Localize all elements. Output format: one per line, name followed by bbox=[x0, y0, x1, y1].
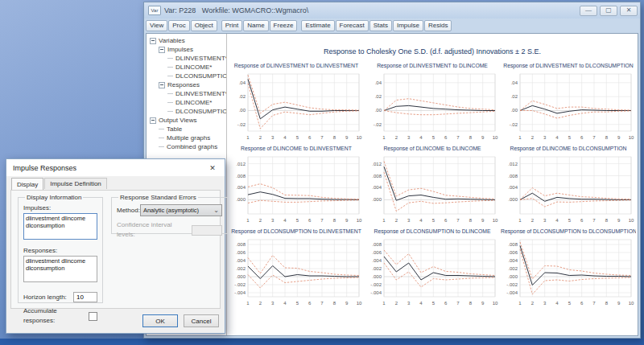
svg-text:.000: .000 bbox=[508, 274, 518, 279]
tree-item-dlincome[interactable]: DLINCOME* bbox=[148, 63, 226, 72]
impulses-input[interactable]: dlinvestment dlincome dlconsumption bbox=[23, 213, 97, 240]
tree-item-multiple-graphs[interactable]: Multiple graphs bbox=[148, 133, 226, 142]
tree-connector bbox=[159, 146, 164, 147]
tab-impulse-definition[interactable]: Impulse Definition bbox=[44, 178, 107, 189]
chart-response-of-dlconsumption-to-dlinvestment: Response of DLCONSUMPTION to DLINVESTMEN… bbox=[229, 227, 364, 307]
svg-text:6: 6 bbox=[580, 135, 584, 140]
svg-text:.006: .006 bbox=[236, 250, 246, 255]
toolbar-button-object[interactable]: Object bbox=[191, 20, 217, 31]
tree-item-label: DLCONSUMPTION* bbox=[175, 107, 227, 116]
window-titlebar[interactable]: Var Var: P228 Workfile: WGMACRO::Wgmacro… bbox=[144, 2, 640, 18]
chart-plot: 12345678910.008.006.004.002.000-.002-.00… bbox=[229, 236, 364, 307]
svg-text:7: 7 bbox=[456, 218, 460, 223]
svg-text:3: 3 bbox=[271, 301, 275, 306]
tree-item-table[interactable]: Table bbox=[148, 125, 226, 133]
svg-text:1: 1 bbox=[518, 218, 522, 223]
close-button[interactable]: ✕ bbox=[620, 6, 638, 16]
tree-item-variables[interactable]: Variables bbox=[148, 36, 226, 45]
dialog-buttons: OK Cancel bbox=[142, 314, 219, 327]
dialog-titlebar[interactable]: Impulse Responses ✕ bbox=[6, 159, 225, 176]
svg-text:1: 1 bbox=[246, 218, 250, 223]
tree-item-dlincome[interactable]: DLINCOME* bbox=[148, 98, 226, 107]
toolbar-button-forecast[interactable]: Forecast bbox=[336, 20, 369, 31]
chart-response-of-dlconsumption-to-dlconsumption: Response of DLCONSUMPTION to DLCONSUMPTI… bbox=[501, 227, 636, 307]
tree-item-dlconsumption[interactable]: DLCONSUMPTION* bbox=[148, 107, 226, 116]
toolbar-button-estimate[interactable]: Estimate bbox=[301, 20, 334, 31]
tree-item-dlinvestment[interactable]: DLINVESTMENT* bbox=[148, 54, 226, 63]
toolbar-button-proc[interactable]: Proc bbox=[168, 20, 189, 31]
tree-item-dlconsumption[interactable]: DLCONSUMPTION* bbox=[148, 72, 226, 80]
toolbar: ViewProcObjectPrintNameFreezeEstimateFor… bbox=[144, 18, 640, 32]
method-dropdown[interactable]: Analytic (asymptotic) ⌄ bbox=[140, 204, 222, 216]
tree-item-dlinvestment[interactable]: DLINVESTMENT* bbox=[148, 89, 226, 98]
cancel-button[interactable]: Cancel bbox=[184, 314, 219, 327]
toolbar-button-freeze[interactable]: Freeze bbox=[270, 20, 298, 31]
toolbar-button-print[interactable]: Print bbox=[221, 20, 242, 31]
svg-text:6: 6 bbox=[308, 135, 312, 140]
tree-connector bbox=[167, 67, 173, 68]
svg-text:.006: .006 bbox=[372, 250, 382, 255]
svg-text:.008: .008 bbox=[508, 242, 518, 247]
svg-text:2: 2 bbox=[531, 135, 535, 140]
svg-text:3: 3 bbox=[543, 218, 547, 223]
tree-connector bbox=[159, 138, 164, 138]
collapse-icon[interactable] bbox=[150, 38, 156, 44]
svg-text:9: 9 bbox=[617, 301, 621, 306]
tree-item-impulses[interactable]: Impulses bbox=[148, 45, 226, 54]
svg-text:4: 4 bbox=[283, 218, 287, 223]
method-selected-value: Analytic (asymptotic) bbox=[143, 207, 199, 214]
svg-text:8: 8 bbox=[469, 135, 473, 140]
svg-text:5: 5 bbox=[432, 135, 436, 140]
svg-text:8: 8 bbox=[605, 135, 609, 140]
dialog-title: Impulse Responses bbox=[13, 164, 200, 172]
svg-text:.00: .00 bbox=[239, 108, 246, 113]
chart-response-of-dlconsumption-to-dlincome: Response of DLCONSUMPTION to DLINCOME123… bbox=[365, 227, 500, 307]
toolbar-button-resids[interactable]: Resids bbox=[424, 20, 452, 31]
svg-text:1: 1 bbox=[382, 301, 386, 306]
svg-text:.04: .04 bbox=[239, 80, 246, 85]
svg-text:.02: .02 bbox=[511, 94, 518, 99]
svg-text:10: 10 bbox=[629, 218, 634, 223]
svg-text:8: 8 bbox=[333, 135, 336, 140]
tree-item-responses[interactable]: Responses bbox=[148, 80, 226, 89]
toolbar-button-impulse[interactable]: Impulse bbox=[393, 20, 423, 31]
svg-text:.002: .002 bbox=[372, 266, 382, 271]
chart-title: Response of DLCONSUMPTION to DLINCOME bbox=[365, 227, 500, 236]
dialog-close-icon[interactable]: ✕ bbox=[200, 159, 225, 176]
svg-text:5: 5 bbox=[568, 218, 572, 223]
collapse-icon[interactable] bbox=[159, 82, 165, 88]
svg-text:.012: .012 bbox=[236, 162, 246, 166]
toolbar-button-stats[interactable]: Stats bbox=[369, 20, 392, 31]
svg-text:5: 5 bbox=[296, 218, 299, 223]
chart-plot: 12345678910.04.02.00-.02 bbox=[229, 71, 364, 142]
svg-text:2: 2 bbox=[259, 218, 262, 223]
tree-item-combined-graphs[interactable]: Combined graphs bbox=[148, 142, 226, 151]
toolbar-button-view[interactable]: View bbox=[146, 20, 167, 31]
ok-button[interactable]: OK bbox=[142, 314, 178, 327]
impulses-label: Impulses: bbox=[23, 203, 97, 213]
svg-text:9: 9 bbox=[345, 135, 349, 140]
svg-text:.004: .004 bbox=[508, 258, 518, 263]
collapse-icon[interactable] bbox=[159, 47, 165, 53]
svg-text:4: 4 bbox=[419, 301, 423, 306]
chart-response-of-dlinvestment-to-dlinvestment: Response of DLINVESTMENT to DLINVESTMENT… bbox=[229, 61, 364, 142]
responses-input[interactable]: dlinvestment dlincome dlconsumption bbox=[23, 256, 97, 282]
minimize-button[interactable]: — bbox=[580, 6, 597, 16]
svg-text:7: 7 bbox=[592, 135, 596, 140]
collapse-icon[interactable] bbox=[150, 117, 156, 124]
svg-text:5: 5 bbox=[568, 301, 572, 306]
svg-text:.004: .004 bbox=[372, 185, 382, 190]
svg-text:3: 3 bbox=[543, 135, 547, 140]
chart-response-of-dlinvestment-to-dlincome: Response of DLINVESTMENT to DLINCOME1234… bbox=[365, 61, 500, 142]
svg-text:.002: .002 bbox=[508, 266, 518, 271]
accumulate-responses-checkbox[interactable] bbox=[89, 312, 97, 321]
svg-text:5: 5 bbox=[432, 218, 436, 223]
maximize-button[interactable]: ▢ bbox=[600, 6, 617, 16]
tree-item-output-views[interactable]: Output Views bbox=[148, 116, 226, 125]
svg-text:5: 5 bbox=[296, 301, 299, 306]
tab-display[interactable]: Display bbox=[11, 178, 43, 190]
toolbar-button-name[interactable]: Name bbox=[243, 20, 268, 31]
horizon-length-input[interactable] bbox=[73, 292, 97, 302]
confidence-interval-label: Confidence interval levels: bbox=[117, 220, 192, 240]
svg-text:1: 1 bbox=[246, 135, 250, 140]
